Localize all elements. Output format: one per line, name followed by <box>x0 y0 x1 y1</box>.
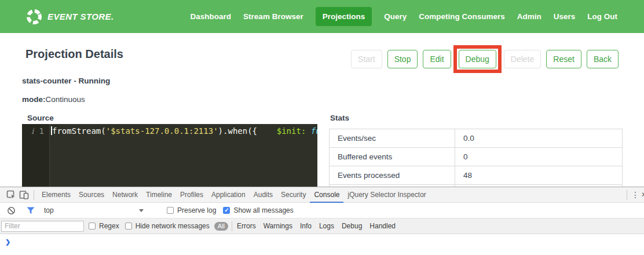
editor-gutter: i 1 <box>22 124 50 187</box>
device-toolbar-icon[interactable] <box>17 188 30 201</box>
filter-level-logs[interactable]: Logs <box>319 222 334 230</box>
tab-network[interactable]: Network <box>108 187 142 203</box>
main-nav: Dashboard Stream Browser Projections Que… <box>191 7 617 26</box>
debug-button[interactable]: Debug <box>459 50 496 68</box>
show-all-messages-checkbox[interactable] <box>223 207 230 214</box>
event-store-logo-icon <box>25 8 43 26</box>
mode-value: Continuous <box>46 95 85 104</box>
filter-level-errors[interactable]: Errors <box>237 222 256 230</box>
stats-heading: Stats <box>330 114 349 122</box>
show-all-messages-option[interactable]: Show all messages <box>223 206 293 214</box>
code-token: fromStream( <box>52 126 106 136</box>
page-title: Projection Details <box>25 48 123 61</box>
filter-input[interactable] <box>1 221 84 232</box>
context-label: top <box>44 206 54 214</box>
regex-option[interactable]: Regex <box>89 222 119 230</box>
debug-highlight-box: Debug <box>453 45 502 73</box>
stat-value: 48 <box>455 166 623 185</box>
execution-context-selector[interactable]: top <box>44 206 160 214</box>
nav-item-dashboard[interactable]: Dashboard <box>191 7 232 26</box>
devtools-window-controls <box>623 190 644 200</box>
table-row: Buffered events 0 <box>330 148 623 166</box>
console-toolbar: top Preserve log Show all messages <box>0 203 644 218</box>
close-devtools-icon[interactable] <box>640 191 644 199</box>
start-button[interactable]: Start <box>351 50 382 68</box>
brand: EVENT STORE. <box>25 8 114 26</box>
console-filter-bar: Regex Hide network messages All Errors W… <box>0 218 644 234</box>
tab-audits[interactable]: Audits <box>250 187 277 203</box>
filter-level-debug[interactable]: Debug <box>342 222 362 230</box>
reset-button[interactable]: Reset <box>546 50 581 68</box>
edit-button[interactable]: Edit <box>423 50 451 68</box>
show-all-messages-label: Show all messages <box>233 206 293 214</box>
separator <box>232 221 232 231</box>
nav-item-log-out[interactable]: Log Out <box>587 7 617 26</box>
line-number: 1 <box>39 125 44 187</box>
filter-level-handled[interactable]: Handled <box>369 222 396 230</box>
code-token: ).when({ <box>218 126 257 136</box>
nav-item-admin[interactable]: Admin <box>517 7 541 26</box>
brand-text: EVENT STORE. <box>47 12 114 21</box>
regex-checkbox[interactable] <box>89 223 96 230</box>
tab-sources[interactable]: Sources <box>75 187 108 203</box>
stat-value: 0 <box>455 148 623 166</box>
filter-level-all-badge[interactable]: All <box>214 222 228 231</box>
tab-jquery-selector-inspector[interactable]: jQuery Selector Inspector <box>343 187 430 203</box>
tab-security[interactable]: Security <box>277 187 310 203</box>
nav-item-query[interactable]: Query <box>384 7 407 26</box>
filter-icon[interactable] <box>24 204 37 217</box>
gutter-info-icon: i <box>31 125 34 187</box>
nav-item-competing-consumers[interactable]: Competing Consumers <box>419 7 505 26</box>
table-row: Events/sec 0.0 <box>330 129 623 148</box>
filter-level-info[interactable]: Info <box>300 222 312 230</box>
separator <box>627 190 627 200</box>
inspect-element-icon[interactable] <box>5 188 17 201</box>
code-token-keyword: $init: <box>277 126 306 136</box>
top-navbar: EVENT STORE. Dashboard Stream Browser Pr… <box>0 0 644 33</box>
projection-status: stats-counter - Running <box>22 76 110 85</box>
main-content: Start Stop Edit Debug Delete Reset Back … <box>0 33 644 187</box>
tab-console[interactable]: Console <box>310 187 343 203</box>
code-line: fromStream('$stats-127.0.0.1:2113').when… <box>50 124 317 187</box>
console-prompt-icon: ❯ <box>5 238 10 246</box>
preserve-log-checkbox[interactable] <box>167 207 174 214</box>
devtools-tabbar: Elements Sources Network Timeline Profil… <box>0 187 644 203</box>
console-input-area[interactable]: ❯ <box>0 234 644 255</box>
preserve-log-option[interactable]: Preserve log <box>167 206 216 214</box>
tab-application[interactable]: Application <box>207 187 250 203</box>
projection-mode: mode:Continuous <box>22 95 85 104</box>
devtools-panel: Elements Sources Network Timeline Profil… <box>0 187 644 255</box>
hide-network-messages-label: Hide network messages <box>136 222 210 230</box>
regex-label: Regex <box>99 222 119 230</box>
stat-label: Events/sec <box>330 129 455 148</box>
stat-value: 0.0 <box>455 129 623 148</box>
nav-item-stream-browser[interactable]: Stream Browser <box>243 7 303 26</box>
stat-label: Events processed <box>330 166 455 185</box>
tab-elements[interactable]: Elements <box>38 187 75 203</box>
projection-action-buttons: Start Stop Edit Debug Delete Reset Back <box>351 45 619 73</box>
filter-level-warnings[interactable]: Warnings <box>264 222 292 230</box>
nav-item-users[interactable]: Users <box>554 7 576 26</box>
source-heading: Source <box>27 114 54 122</box>
back-button[interactable]: Back <box>587 50 619 68</box>
hide-network-messages-option[interactable]: Hide network messages <box>125 222 210 230</box>
tab-profiles[interactable]: Profiles <box>176 187 207 203</box>
stop-button[interactable]: Stop <box>387 50 418 68</box>
table-row: Events processed 48 <box>330 166 623 185</box>
tab-timeline[interactable]: Timeline <box>142 187 176 203</box>
chevron-down-icon <box>139 209 144 212</box>
code-token <box>257 126 277 136</box>
filter-levels: Errors Warnings Info Logs Debug Handled <box>237 222 396 230</box>
hide-network-messages-checkbox[interactable] <box>125 223 132 230</box>
delete-button[interactable]: Delete <box>504 50 541 68</box>
preserve-log-label: Preserve log <box>177 206 216 214</box>
stat-label: Buffered events <box>330 148 455 166</box>
devtools-menu-icon[interactable] <box>631 190 640 199</box>
code-token-function: fu <box>306 126 317 136</box>
code-token-string: '$stats-127.0.0.1:2113' <box>106 126 218 136</box>
stats-table: Events/sec 0.0 Buffered events 0 Events … <box>329 129 623 187</box>
nav-item-projections[interactable]: Projections <box>316 7 372 26</box>
source-code-editor[interactable]: i 1 fromStream('$stats-127.0.0.1:2113').… <box>22 124 317 187</box>
separator <box>34 190 34 200</box>
clear-console-icon[interactable] <box>5 204 17 217</box>
